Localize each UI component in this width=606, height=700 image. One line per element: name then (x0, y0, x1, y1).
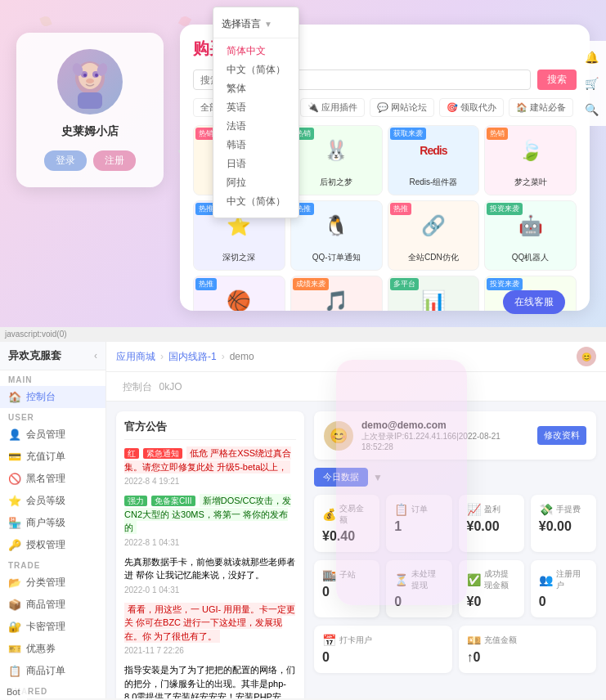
announcement-2: 强力 免备案CIII 新增DOS/CC攻击，发 CN2大型的 达30MS，将第一… (124, 494, 296, 549)
product-card-7[interactable]: 热推 🔗 全站CDN仿化 (388, 200, 480, 271)
stat-label-profit: 📈 盈利 (467, 503, 516, 516)
sidebar-collapse-icon[interactable]: ‹ (94, 350, 97, 361)
product-card-11[interactable]: 多平台 📊 金华带宽购买 (388, 276, 480, 311)
date-filter-arrow: ▼ (373, 472, 383, 483)
admin-topbar: 应用商城 › 国内线路-1 › demo 😊 (106, 342, 606, 372)
user-ip: 上次登录IP:61.224.41.166|2022-08-21 18:52:28 (361, 431, 529, 451)
registered-label: 注册用户 (556, 568, 588, 591)
user-email: demo@demo.com (361, 420, 529, 431)
lang-item-cn-simplified[interactable]: 中文（简体） (213, 192, 299, 211)
product-card-8[interactable]: 投资来袭 🤖 QQ机器人 (484, 200, 577, 271)
content-area: 官方公告 红 紧急通知 低危 严格在XSS绕过真合集。请您立即修复此处 升级5-… (106, 402, 606, 698)
sidebar-item-blacklist-label: 黑名管理 (26, 472, 65, 486)
login-button[interactable]: 登录 (44, 150, 87, 171)
register-button[interactable]: 注册 (93, 150, 136, 171)
online-service-button[interactable]: 在线客服 (503, 290, 565, 314)
right-panel: 😊 demo@demo.com 上次登录IP:61.224.41.166|202… (314, 411, 596, 698)
page-header: 控制台 0kJO (106, 372, 606, 402)
lang-item-japanese[interactable]: 日语 (213, 155, 299, 173)
breadcrumb-sep-2: › (222, 351, 225, 362)
sidebar-item-recharge[interactable]: 💳 充值订单 (0, 446, 105, 468)
sidebar-title: 异欢克服套 (8, 348, 61, 363)
announcement-card: 官方公告 红 紧急通知 低危 严格在XSS绕过真合集。请您立即修复此处 升级5-… (116, 411, 304, 698)
shop-buttons: 登录 注册 (29, 150, 150, 171)
cat-tab-proxy[interactable]: 🎯 领取代办 (439, 98, 504, 117)
stat-card-profit: 📈 盈利 ¥0.00 (459, 495, 524, 552)
stat-card-registered-users: 👥 注册用户 0 (531, 560, 596, 617)
svg-rect-9 (78, 92, 102, 109)
left-panel: 官方公告 红 紧急通知 低危 严格在XSS绕过真合集。请您立即修复此处 升级5-… (116, 411, 304, 698)
sidebar-item-members[interactable]: 👤 会员管理 (0, 424, 105, 446)
cat-tab-site[interactable]: 🏠 建站必备 (509, 98, 573, 117)
date-filter: 今日数据 ▼ (314, 468, 596, 487)
search-icon[interactable]: 🔍 (580, 98, 603, 121)
breadcrumb-demo: demo (230, 351, 254, 362)
admin-avatar: 😊 (577, 347, 596, 366)
sidebar-item-category[interactable]: 📂 分类管理 (0, 572, 105, 594)
lang-item-traditional[interactable]: 繁体 (213, 79, 299, 98)
void-bar: javascript:void(0) (0, 327, 606, 342)
lang-item-traditional-cn[interactable]: 中文（简体） (213, 61, 299, 79)
svg-point-4 (83, 74, 87, 77)
ann-date-4: 2021-11 7 22:26 (124, 644, 296, 657)
sidebar-item-coupon-label: 优惠券 (26, 642, 56, 656)
edit-profile-button[interactable]: 修改资料 (537, 426, 586, 445)
subsite-value: 0 (322, 585, 371, 599)
shop-section: 史莱姆小店 登录 注册 选择语言 ▼ 简体中文 中文（简体） 繁体 英语 法语 … (0, 0, 606, 327)
sidebar-item-coupon[interactable]: 🎫 优惠券 (0, 638, 105, 660)
announcement-5: 指导安装是为了为了把把的配置的网络，们的把分，门缘服务让的出现。其非是php-8… (124, 663, 296, 698)
breadcrumb-app-store[interactable]: 应用商城 (116, 350, 155, 364)
product-badge-9: 热推 (195, 278, 217, 290)
sidebar-item-orders[interactable]: 📋 商品订单 (0, 660, 105, 682)
sidebar-item-dashboard[interactable]: 🏠 控制台 (0, 386, 105, 408)
breadcrumb-server[interactable]: 国内线路-1 (168, 350, 217, 364)
right-icons: 🔔 🛒 🔍 (577, 41, 606, 126)
sidebar-item-goods[interactable]: 📦 商品管理 (0, 594, 105, 616)
product-card-10[interactable]: 成绩来袭 🎵 QQ弹液体操 (290, 276, 383, 311)
category-icon: 📂 (8, 577, 21, 589)
product-card-9[interactable]: 热推 🏀 架组之深 (193, 276, 285, 311)
profit-label: 盈利 (484, 504, 501, 515)
cat-tab-forum[interactable]: 💬 网站论坛 (370, 98, 434, 117)
sidebar-item-member-level[interactable]: ⭐ 会员等级 (0, 490, 105, 512)
fee-icon: 💸 (539, 503, 553, 516)
trade-amount-label: 交易金额 (339, 503, 371, 526)
user-avatar: 😊 (324, 421, 353, 451)
ann-text-2: 新增DOS/CC攻击，发 CN2大型的 达30MS，将第一 将你的发布的 (124, 494, 291, 534)
sidebar-item-card-key[interactable]: 🔐 卡密管理 (0, 616, 105, 638)
sidebar-item-auth[interactable]: 🔑 授权管理 (0, 534, 105, 556)
cart-icon[interactable]: 🛒 (580, 72, 603, 95)
sidebar-item-merchant-level[interactable]: 🏪 商户等级 (0, 512, 105, 534)
search-button[interactable]: 搜索 (537, 70, 577, 90)
topup-icon: 💴 (467, 634, 481, 647)
lang-item-korean[interactable]: 韩语 (213, 136, 299, 155)
orders-stat-icon: 📋 (394, 503, 408, 516)
topup-value: ↑0 (467, 650, 589, 665)
shop-avatar (57, 49, 123, 114)
date-filter-today[interactable]: 今日数据 (314, 468, 368, 487)
sidebar-item-auth-label: 授权管理 (26, 538, 65, 552)
lang-item-arabic[interactable]: 阿拉 (213, 173, 299, 192)
product-card-4[interactable]: 热销 🍃 梦之菜叶 (484, 125, 577, 195)
stats-grid-3: 📅 打卡用户 0 💴 充值金额 ↑0 (314, 626, 596, 673)
members-icon: 👤 (8, 429, 21, 441)
lang-item-english[interactable]: 英语 (213, 98, 299, 117)
orders-stat-value: 1 (394, 519, 443, 534)
admin-section: 异欢克服套 ‹ MAIN 🏠 控制台 USER 👤 会员管理 💳 充值订单 🚫 … (0, 342, 606, 698)
blacklist-icon: 🚫 (8, 473, 21, 485)
sidebar: 异欢克服套 ‹ MAIN 🏠 控制台 USER 👤 会员管理 💳 充值订单 🚫 … (0, 342, 106, 698)
lang-header: 选择语言 ▼ (213, 14, 299, 38)
sidebar-section-trade: TRADE (0, 556, 105, 572)
bell-icon[interactable]: 🔔 (580, 46, 603, 69)
stat-label-withdraw-success: ✅ 成功提现金额 (467, 568, 516, 591)
product-card-2[interactable]: 热销 🐰 后初之梦 (290, 125, 383, 195)
sidebar-item-blacklist[interactable]: 🚫 黑名管理 (0, 468, 105, 490)
product-card-6[interactable]: 热推 🐧 QQ-订单通知 (290, 200, 383, 271)
lang-item-french[interactable]: 法语 (213, 117, 299, 136)
sidebar-item-recharge-label: 充值订单 (26, 450, 65, 464)
cat-tab-app[interactable]: 🔌 应用插件 (300, 98, 365, 117)
product-badge-11: 多平台 (390, 278, 419, 290)
product-name-7: 全站CDN仿化 (388, 250, 479, 265)
product-card-3[interactable]: 获取来袭 Redis Redis-组件器 (388, 125, 480, 195)
lang-item-simplified[interactable]: 简体中文 (213, 42, 299, 61)
